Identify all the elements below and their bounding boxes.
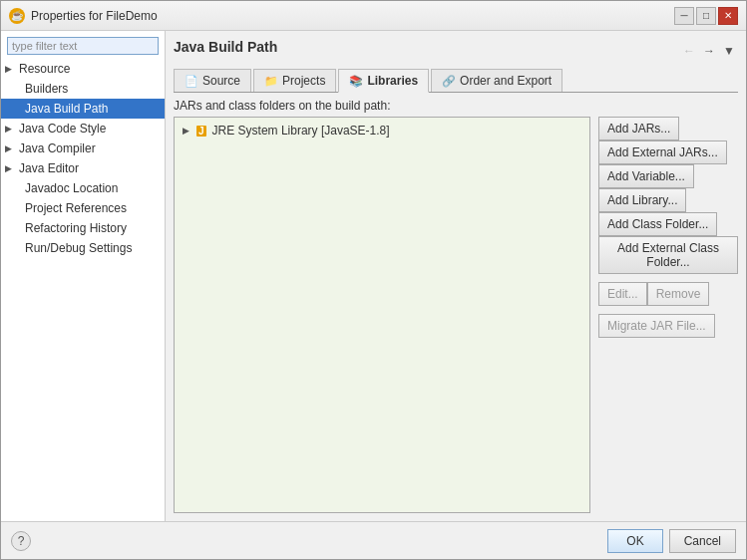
tree-container: ▶ J JRE System Library [JavaSE-1.8]: [174, 117, 590, 513]
maximize-button[interactable]: □: [696, 7, 716, 25]
tab-libraries[interactable]: 📚Libraries: [338, 69, 429, 93]
tree-panel: ▶ J JRE System Library [JavaSE-1.8]: [174, 117, 590, 513]
jre-icon: J: [196, 126, 206, 137]
migrate-jar-file-button: Migrate JAR File...: [598, 314, 715, 338]
sidebar-item-label: Resource: [19, 62, 70, 76]
tab-label: Libraries: [367, 74, 418, 88]
sidebar-item-javadoc-location[interactable]: Javadoc Location: [1, 178, 165, 198]
main-content: ▶ResourceBuildersJava Build Path▶Java Co…: [1, 31, 746, 521]
sidebar-items-container: ▶ResourceBuildersJava Build Path▶Java Co…: [1, 59, 165, 258]
ok-button[interactable]: OK: [607, 529, 662, 553]
tab-order-and-export[interactable]: 🔗Order and Export: [431, 69, 562, 92]
sidebar-item-project-references[interactable]: Project References: [1, 198, 165, 218]
nav-forward-icon[interactable]: →: [700, 43, 718, 59]
panel-title: Java Build Path: [174, 39, 277, 55]
remove-button: Remove: [647, 282, 710, 306]
expand-arrow-icon: ▶: [5, 163, 15, 173]
buttons-panel: Add JARs...Add External JARs...Add Varia…: [598, 117, 738, 513]
main-window: ☕ Properties for FileDemo ─ □ ✕ ▶Resourc…: [0, 0, 747, 560]
close-button[interactable]: ✕: [718, 7, 738, 25]
tree-item-jre[interactable]: ▶ J JRE System Library [JavaSE-1.8]: [179, 122, 585, 140]
sidebar-item-label: Java Code Style: [19, 122, 106, 136]
window-controls: ─ □ ✕: [674, 7, 738, 25]
tabs-container: 📄Source📁Projects📚Libraries🔗Order and Exp…: [174, 69, 564, 92]
order-and-export-tab-icon: 🔗: [442, 75, 456, 88]
sidebar-item-java-code-style[interactable]: ▶Java Code Style: [1, 119, 165, 139]
sidebar-item-label: Java Build Path: [25, 102, 108, 116]
sidebar-item-java-build-path[interactable]: Java Build Path: [1, 99, 165, 119]
add-external-class-folder-button[interactable]: Add External Class Folder...: [598, 236, 738, 274]
minimize-button[interactable]: ─: [674, 7, 694, 25]
tab-label: Order and Export: [460, 74, 552, 88]
expand-arrow-icon: ▶: [5, 124, 15, 134]
cancel-button[interactable]: Cancel: [669, 529, 736, 553]
app-icon: ☕: [9, 8, 25, 24]
tab-source[interactable]: 📄Source: [174, 69, 251, 92]
title-bar: ☕ Properties for FileDemo ─ □ ✕: [1, 1, 746, 31]
button-spacer-2: [598, 306, 738, 314]
sidebar: ▶ResourceBuildersJava Build Path▶Java Co…: [1, 31, 166, 521]
source-tab-icon: 📄: [185, 75, 198, 88]
tree-arrow-icon: ▶: [183, 126, 192, 136]
help-button[interactable]: ?: [11, 531, 31, 551]
bottom-buttons: OK Cancel: [607, 529, 736, 553]
title-bar-left: ☕ Properties for FileDemo: [9, 8, 158, 24]
action-buttons-container: Add JARs...Add External JARs...Add Varia…: [598, 117, 738, 338]
tab-label: Source: [202, 74, 240, 88]
nav-down-icon[interactable]: ▼: [720, 43, 738, 59]
tree-item-label: JRE System Library [JavaSE-1.8]: [212, 124, 390, 138]
tabs-row: 📄Source📁Projects📚Libraries🔗Order and Exp…: [174, 69, 738, 93]
libraries-tab-icon: 📚: [349, 75, 363, 88]
button-spacer: [598, 274, 738, 282]
nav-back-icon[interactable]: ←: [680, 43, 698, 59]
filter-input[interactable]: [7, 37, 159, 55]
projects-tab-icon: 📁: [264, 75, 278, 88]
content-area: ▶ J JRE System Library [JavaSE-1.8] Add …: [174, 117, 738, 513]
add-class-folder-button[interactable]: Add Class Folder...: [598, 212, 717, 236]
sidebar-item-java-compiler[interactable]: ▶Java Compiler: [1, 139, 165, 158]
tab-label: Projects: [282, 74, 325, 88]
sidebar-item-label: Javadoc Location: [25, 181, 118, 195]
sidebar-item-label: Java Compiler: [19, 141, 96, 155]
add-library-button[interactable]: Add Library...: [598, 188, 686, 212]
expand-arrow-icon: ▶: [5, 64, 15, 74]
bottom-bar: ? OK Cancel: [1, 521, 746, 559]
sidebar-item-label: Project References: [25, 201, 127, 215]
edit-button: Edit...: [598, 282, 647, 306]
sidebar-item-label: Builders: [25, 82, 68, 96]
window-title: Properties for FileDemo: [31, 9, 158, 23]
sidebar-item-resource[interactable]: ▶Resource: [1, 59, 165, 79]
add-variable-button[interactable]: Add Variable...: [598, 164, 694, 188]
sidebar-item-builders[interactable]: Builders: [1, 79, 165, 99]
sidebar-item-label: Java Editor: [19, 161, 79, 175]
right-panel: Java Build Path ← → ▼ 📄Source📁Projects📚L…: [166, 31, 746, 521]
expand-arrow-icon: ▶: [5, 143, 15, 153]
sidebar-item-label: Refactoring History: [25, 221, 127, 235]
sidebar-item-java-editor[interactable]: ▶Java Editor: [1, 158, 165, 178]
sidebar-item-label: Run/Debug Settings: [25, 241, 132, 255]
add-jars-button[interactable]: Add JARs...: [598, 117, 679, 140]
content-description: JARs and class folders on the build path…: [174, 99, 738, 113]
tab-projects[interactable]: 📁Projects: [253, 69, 336, 92]
sidebar-item-run-debug-settings[interactable]: Run/Debug Settings: [1, 238, 165, 258]
add-external-jars-button[interactable]: Add External JARs...: [598, 140, 727, 164]
nav-icons: ← → ▼: [680, 43, 738, 59]
sidebar-item-refactoring-history[interactable]: Refactoring History: [1, 218, 165, 238]
